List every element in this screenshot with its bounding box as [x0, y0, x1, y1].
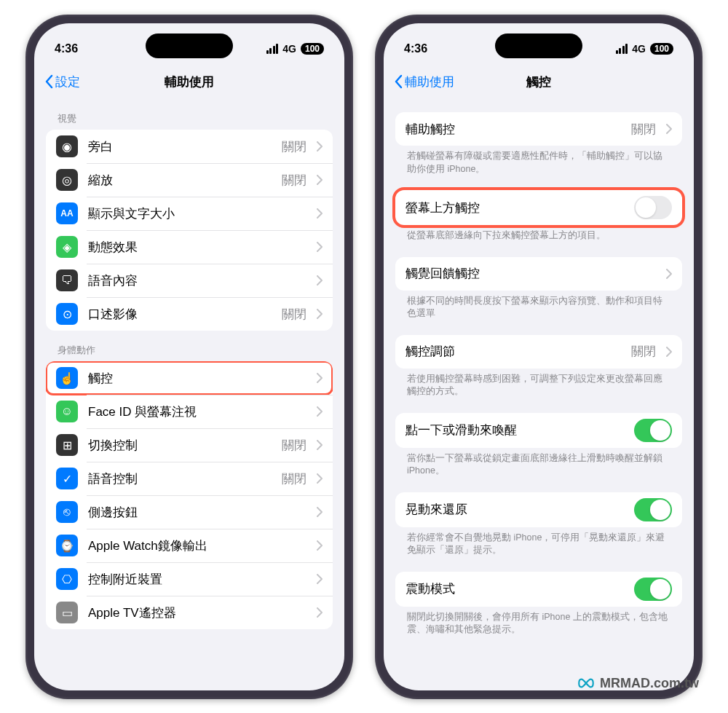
- row-label: 觸控調節: [405, 343, 621, 360]
- row-label: 側邊按鈕: [88, 504, 306, 521]
- back-label: 輔助使用: [405, 74, 454, 90]
- row-label: 觸覺回饋觸控: [405, 265, 656, 282]
- page-title: 輔助使用: [34, 74, 344, 90]
- chevron-right-icon: [317, 607, 323, 618]
- group-touch-accommodations: 觸控調節 關閉: [395, 335, 682, 369]
- chevron-left-icon: [394, 74, 403, 89]
- row-icon: ⎔: [56, 568, 78, 590]
- chevron-right-icon: [317, 406, 323, 417]
- settings-row[interactable]: ⌚Apple Watch鏡像輸出: [46, 529, 333, 562]
- settings-row[interactable]: ▭Apple TV遙控器: [46, 596, 333, 629]
- group-assistive-touch: 輔助觸控 關閉: [395, 112, 682, 146]
- settings-row[interactable]: AA顯示與文字大小: [46, 197, 333, 230]
- chevron-right-icon: [317, 373, 323, 383]
- signal-icon: [616, 44, 628, 54]
- row-label: 縮放: [88, 172, 272, 189]
- row-status: 關閉: [282, 437, 306, 454]
- row-icon: ☝: [56, 367, 78, 389]
- battery-icon: 100: [301, 43, 324, 55]
- row-icon: ⎋: [56, 501, 78, 523]
- row-icon: ⊞: [56, 434, 78, 456]
- row-label: 切換控制: [88, 437, 272, 454]
- row-label: Face ID 與螢幕注視: [88, 403, 306, 420]
- row-label: 觸控: [88, 370, 306, 387]
- row-touch-accommodations[interactable]: 觸控調節 關閉: [395, 335, 682, 369]
- nav-bar: 設定 輔助使用: [34, 64, 344, 99]
- group-physical: ☝觸控☺Face ID 與螢幕注視⊞切換控制關閉✓語音控制關閉⎋側邊按鈕⌚App…: [46, 361, 333, 629]
- watermark: MRMAD.com.tw: [577, 674, 699, 693]
- chevron-right-icon: [317, 574, 323, 584]
- row-icon: ⊙: [56, 303, 78, 325]
- group-haptic: 觸覺回饋觸控: [395, 257, 682, 291]
- back-button[interactable]: 設定: [44, 74, 80, 90]
- row-status: 關閉: [631, 121, 656, 138]
- settings-row[interactable]: ⊙口述影像關閉: [46, 297, 333, 331]
- signal-icon: [266, 44, 279, 54]
- watermark-text: MRMAD.com.tw: [600, 676, 699, 691]
- row-status: 關閉: [282, 470, 306, 487]
- group-shake-to-undo: 晃動來還原: [395, 492, 682, 527]
- dynamic-island: [495, 34, 582, 58]
- settings-row[interactable]: ⊞切換控制關閉: [46, 428, 333, 462]
- row-icon: ✓: [56, 468, 78, 489]
- toggle-reachability[interactable]: [634, 196, 672, 219]
- chevron-right-icon: [317, 540, 323, 551]
- settings-row[interactable]: ◈動態效果: [46, 230, 333, 264]
- row-icon: ◎: [56, 169, 78, 191]
- row-label: 晃動來還原: [405, 501, 624, 518]
- row-label: 動態效果: [88, 239, 306, 256]
- nav-bar: 輔助使用 觸控: [384, 64, 694, 99]
- infinity-icon: [577, 674, 596, 693]
- footer-haptic: 根據不同的時間長度按下螢幕來顯示內容預覽、動作和項目特色選單: [395, 291, 682, 322]
- row-tap-to-wake[interactable]: 點一下或滑動來喚醒: [395, 413, 682, 448]
- row-label: 語音控制: [88, 470, 272, 487]
- group-reachability: 螢幕上方觸控: [395, 190, 682, 225]
- section-header-physical: 身體動作: [46, 331, 333, 361]
- section-header-vision: 視覺: [46, 99, 333, 130]
- row-label: 顯示與文字大小: [88, 205, 306, 222]
- chevron-right-icon: [317, 507, 323, 517]
- settings-row[interactable]: ⎋側邊按鈕: [46, 495, 333, 529]
- chevron-right-icon: [666, 347, 672, 357]
- row-vibration[interactable]: 震動模式: [395, 572, 682, 607]
- settings-row[interactable]: ✓語音控制關閉: [46, 462, 333, 495]
- group-tap-to-wake: 點一下或滑動來喚醒: [395, 413, 682, 448]
- chevron-right-icon: [317, 208, 323, 218]
- chevron-right-icon: [317, 242, 323, 252]
- row-reachability[interactable]: 螢幕上方觸控: [395, 190, 682, 225]
- row-haptic-touch[interactable]: 觸覺回饋觸控: [395, 257, 682, 291]
- settings-row[interactable]: ☺Face ID 與螢幕注視: [46, 395, 333, 428]
- footer-tap-to-wake: 當你點一下螢幕或從鎖定畫面底部邊緣往上滑動時喚醒並解鎖 iPhone。: [395, 448, 682, 479]
- back-label: 設定: [55, 74, 80, 90]
- back-button[interactable]: 輔助使用: [394, 74, 454, 90]
- settings-row[interactable]: ◉旁白關閉: [46, 130, 333, 163]
- row-label: Apple Watch鏡像輸出: [88, 537, 306, 554]
- row-label: 控制附近裝置: [88, 571, 306, 588]
- row-icon: AA: [56, 202, 78, 224]
- settings-row[interactable]: ◎縮放關閉: [46, 163, 333, 197]
- footer-shake-to-undo: 若你經常會不自覺地晃動 iPhone，可停用「晃動來還原」來避免顯示「還原」提示…: [395, 527, 682, 559]
- row-icon: 🗨: [56, 269, 78, 291]
- settings-row[interactable]: 🗨語音內容: [46, 264, 333, 297]
- chevron-right-icon: [317, 175, 323, 185]
- row-icon: ◉: [56, 135, 78, 157]
- footer-reachability: 從螢幕底部邊緣向下拉來觸控螢幕上方的項目。: [395, 225, 682, 244]
- toggle-shake-to-undo[interactable]: [634, 498, 672, 521]
- chevron-right-icon: [317, 141, 323, 151]
- chevron-right-icon: [317, 440, 323, 450]
- group-vibration: 震動模式: [395, 572, 682, 607]
- chevron-right-icon: [317, 309, 323, 319]
- chevron-left-icon: [44, 74, 53, 89]
- row-label: 口述影像: [88, 306, 272, 323]
- row-label: 螢幕上方觸控: [405, 200, 624, 216]
- toggle-vibration[interactable]: [634, 578, 672, 601]
- footer-vibration: 關閉此切換開關後，會停用所有 iPhone 上的震動模式，包含地震、海嘯和其他緊…: [395, 607, 682, 638]
- row-assistive-touch[interactable]: 輔助觸控 關閉: [395, 112, 682, 146]
- settings-row[interactable]: ⎔控制附近裝置: [46, 562, 333, 596]
- toggle-tap-to-wake[interactable]: [634, 419, 672, 442]
- row-icon: ⌚: [56, 535, 78, 556]
- row-status: 關閉: [631, 343, 656, 360]
- row-shake-to-undo[interactable]: 晃動來還原: [395, 492, 682, 527]
- settings-row[interactable]: ☝觸控: [46, 361, 333, 395]
- network-label: 4G: [282, 43, 296, 55]
